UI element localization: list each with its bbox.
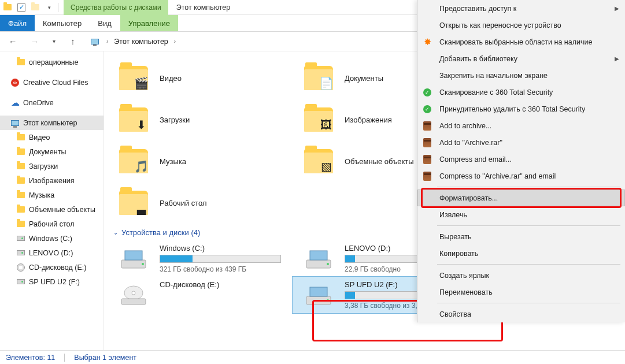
menu-item-icon [421,247,434,260]
menu-item-icon [421,231,434,243]
tree-item[interactable]: Изображения [0,173,103,188]
menu-item[interactable]: ✸Сканировать выбранные области на наличи… [417,34,625,50]
folder-icon [16,191,25,200]
tree-item[interactable]: ☁OneDrive [0,95,103,110]
menu-item-icon [421,2,434,15]
folder-item[interactable]: ⬇Загрузки [108,99,293,140]
folder-large-icon: ▃ [108,191,160,215]
menu-item-icon [421,286,434,299]
menu-item[interactable]: Add to archive... [417,117,625,134]
menu-item[interactable]: ✓Принудительно удалить с 360 Total Secur… [417,101,625,117]
tree-item[interactable]: Объемные объекты [0,202,103,217]
menu-item-label: Предоставить доступ к [439,5,516,13]
chevron-right-icon[interactable]: › [174,38,176,44]
menu-item[interactable]: Открыть как переносное устройство [417,17,625,34]
menu-separator [437,264,620,265]
menu-item-label: Переименовать [439,288,493,296]
chevron-right-icon: ▶ [615,5,619,12]
menu-item[interactable]: ✓Сканирование с 360 Total Security [417,84,625,101]
tree-item[interactable]: Windows (C:) [0,231,103,246]
folder-item[interactable]: ▃Рабочий стол [108,182,293,224]
tab-view[interactable]: Вид [90,15,120,31]
menu-item[interactable]: Compress and email... [417,151,625,168]
menu-item[interactable]: Копировать [417,245,625,262]
drive-item[interactable]: CD-дисковод (E:) [108,277,293,313]
tree-item-label: Документы [29,148,66,156]
drive-icon [293,244,345,269]
back-button[interactable]: ← [5,34,21,50]
tree-item-label: Изображения [29,177,75,185]
tree-item[interactable]: LENOVO (D:) [0,246,103,260]
tree-item-label: SP UFD U2 (F:) [29,278,80,286]
tree-item[interactable]: CD-дисковод (E:) [0,260,103,274]
menu-item-icon [421,120,434,132]
drive-item[interactable]: Windows (C:)321 ГБ свободно из 439 ГБ [108,240,293,277]
tree-item[interactable]: Видео [0,130,103,144]
drive-icon [108,244,160,269]
menu-item[interactable]: Переименовать [417,284,625,300]
menu-item-icon [421,192,434,205]
folder-label: Загрузки [160,116,190,124]
tree-item-label: OneDrive [23,99,54,107]
folder-icon [16,133,25,142]
new-folder-icon[interactable] [30,2,40,13]
menu-item[interactable]: Свойства [417,306,625,322]
tab-manage[interactable]: Управление [120,15,178,31]
navigation-pane[interactable]: операционные∞Creative Cloud Files☁OneDri… [0,51,104,350]
up-button[interactable]: ↑ [65,34,81,50]
menu-item-icon [421,153,434,166]
properties-checkbox[interactable]: ✓ [16,2,27,13]
menu-item[interactable]: Форматировать... [417,190,625,206]
menu-item[interactable]: Предоставить доступ к▶ [417,0,625,17]
cc-icon: ∞ [10,78,20,87]
menu-item[interactable]: Compress to "Archive.rar" and email [417,168,625,184]
forward-button[interactable]: → [27,34,43,50]
menu-item-label: Извлечь [439,211,467,219]
folder-icon [16,176,25,185]
tree-item[interactable]: ∞Creative Cloud Files [0,75,103,90]
tree-item-label: Музыка [29,191,54,199]
menu-item-label: Создать ярлык [439,272,489,280]
menu-item[interactable]: Закрепить на начальном экране [417,67,625,84]
tree-item[interactable]: Рабочий стол [0,217,103,231]
folder-label: Документы [345,74,383,83]
folder-item[interactable]: 🎵Музыка [108,140,293,182]
tree-item[interactable]: Документы [0,144,103,159]
folder-icon [16,147,25,157]
menu-item[interactable]: Извлечь [417,206,625,223]
tree-item[interactable]: операционные [0,55,103,69]
breadcrumb-root[interactable]: Этот компьютер [114,38,168,46]
menu-item-icon [421,53,434,65]
tree-item[interactable]: Этот компьютер [0,116,103,130]
folder-item[interactable]: 🎬Видео [108,57,293,99]
tab-file[interactable]: Файл [0,15,35,31]
cd-icon [16,263,25,272]
recent-dropdown-icon[interactable]: ▾ [49,34,59,50]
menu-item-icon [421,269,434,282]
menu-item[interactable]: Создать ярлык [417,267,625,284]
menu-item[interactable]: Add to "Archive.rar" [417,134,625,151]
chevron-right-icon[interactable]: › [106,38,108,44]
menu-item[interactable]: Добавить в библиотеку▶ [417,50,625,67]
folder-large-icon: 📄 [293,66,345,90]
menu-item-label: Открыть как переносное устройство [439,21,561,29]
tree-item[interactable]: Загрузки [0,159,103,173]
address-bar[interactable]: › Этот компьютер › [89,37,176,46]
folder-label: Музыка [160,157,186,166]
status-item-count: Элементов: 11 [6,354,55,362]
folder-icon[interactable] [2,2,13,13]
svg-point-11 [327,299,329,302]
window-title: Этот компьютер [168,3,238,12]
qat-dropdown-icon[interactable]: ▾ [44,2,54,13]
tab-computer[interactable]: Компьютер [35,15,90,31]
menu-item[interactable]: Вырезать [417,228,625,245]
context-menu[interactable]: Предоставить доступ к▶Открыть как перено… [417,0,625,322]
tree-item[interactable]: SP UFD U2 (F:) [0,274,103,289]
tree-item-label: Этот компьютер [23,119,77,127]
menu-item-label: Вырезать [439,233,472,241]
svg-rect-8 [121,299,146,304]
menu-item-label: Add to "Archive.rar" [439,139,502,147]
menu-separator [437,187,620,187]
tree-item[interactable]: Музыка [0,188,103,202]
menu-item-icon: ✸ [421,36,434,49]
